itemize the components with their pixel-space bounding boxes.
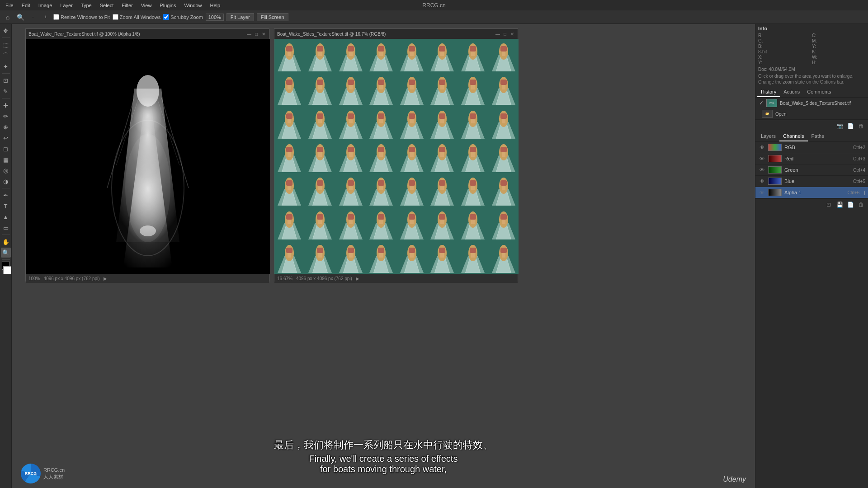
channel-row-blue[interactable]: 👁 Blue Ctrl+5 [755,176,868,187]
tab-paths[interactable]: Paths [808,131,828,141]
hand-tool[interactable]: ✋ [1,237,11,247]
channel-visibility-alpha1[interactable]: 👁 [758,189,765,196]
rear-minimize-btn[interactable]: — [246,31,252,37]
history-brush-tool[interactable]: ↩ [1,133,11,143]
history-item-1[interactable]: 📂 Open [755,108,868,119]
sides-maximize-btn[interactable]: □ [502,31,508,37]
magic-wand-tool[interactable]: ✦ [1,61,11,71]
history-new-document-icon[interactable]: 📄 [846,122,854,130]
channel-visibility-red[interactable]: 👁 [758,155,765,162]
menu-image[interactable]: Image [35,2,56,9]
shape-tool[interactable]: ▭ [1,223,11,233]
svg-rect-284 [440,220,444,224]
rear-close-btn[interactable]: ✕ [261,31,266,37]
svg-rect-289 [470,214,476,220]
small-boat-svg [137,224,159,238]
channel-name-blue: Blue [784,178,850,184]
history-delete-icon[interactable]: 🗑 [857,122,865,130]
sides-close-btn[interactable]: ✕ [509,31,515,37]
tab-layers[interactable]: Layers [757,131,779,141]
svg-rect-122 [349,119,353,123]
channel-shortcut-rgb: Ctrl+2 [853,145,865,150]
rear-maximize-btn[interactable]: □ [254,31,259,37]
history-new-snapshot-icon[interactable]: 📷 [835,122,844,130]
resize-windows-checkbox[interactable] [53,14,59,20]
dodge-tool[interactable]: ◑ [1,176,11,186]
sides-titlebar[interactable]: Boat_Wake_Sides_TextureSheet.tif @ 16.7%… [274,29,518,39]
clone-tool[interactable]: ⊕ [1,122,11,132]
info-panel-title: Info [758,26,865,31]
channel-visibility-green[interactable]: 👁 [758,166,765,174]
channel-visibility-blue[interactable]: 👁 [758,178,765,185]
boat-cell [458,140,488,173]
svg-rect-139 [439,113,445,119]
zoom-out-icon[interactable]: − [28,12,38,22]
eyedropper-tool[interactable]: ✎ [1,86,11,96]
menu-layer[interactable]: Layer [57,2,76,9]
channel-new-icon[interactable]: 📄 [846,201,854,209]
scrubby-zoom-label[interactable]: Scrubby Zoom [163,14,203,20]
channel-visibility-rgb[interactable]: 👁 [758,144,765,151]
pen-tool[interactable]: ✒ [1,190,11,200]
gradient-tool[interactable]: ▦ [1,155,11,164]
svg-rect-152 [502,119,505,123]
zoom-tool[interactable]: 🔍 [1,248,11,258]
boat-cell [397,174,427,206]
menu-help[interactable]: Help [207,2,224,9]
fill-screen-button[interactable]: Fill Screen [257,13,288,21]
move-tool[interactable]: ✥ [1,26,11,36]
channel-name-alpha1: Alpha 1 [784,190,844,195]
home-icon[interactable]: ⌂ [3,12,13,22]
background-color[interactable] [3,266,11,274]
menu-view[interactable]: View [137,2,156,9]
rear-titlebar[interactable]: Boat_Wake_Rear_TextureSheet.tif @ 100% (… [26,29,269,39]
crop-tool[interactable]: ⊡ [1,75,11,85]
info-grid: R: C: G: M: B: Y: 8-bit [758,33,865,65]
menu-plugins[interactable]: Plugins [156,2,179,9]
zoom-tool-icon[interactable]: 🔍 [15,12,25,22]
svg-rect-332 [440,253,444,258]
zoom-input[interactable] [206,14,224,21]
channel-row-alpha1[interactable]: 👁 Alpha 1 Ctrl+6 | [755,187,868,198]
resize-windows-label[interactable]: Resize Windows to Fit [53,14,110,20]
svg-rect-290 [471,220,475,224]
menu-edit[interactable]: Edit [18,2,34,9]
svg-rect-211 [317,180,323,186]
history-item-0[interactable]: ✓ IMG Boat_Wake_Sides_TextureSheet.tif [755,98,868,108]
healing-tool[interactable]: ✚ [1,100,11,110]
scrubby-zoom-checkbox[interactable] [163,14,169,20]
lasso-tool[interactable]: ⌒ [1,51,11,61]
brush-tool[interactable]: ✏ [1,111,11,121]
path-select-tool[interactable]: ▲ [1,212,11,222]
marquee-tool[interactable]: ⬚ [1,40,11,50]
info-b: B: [758,44,811,49]
sides-minimize-btn[interactable]: — [495,31,500,37]
channel-dotted-icon[interactable]: ⊡ [825,201,833,209]
menu-window[interactable]: Window [180,2,205,9]
channel-row-green[interactable]: 👁 Green Ctrl+4 [755,164,868,176]
tab-history[interactable]: History [757,87,780,97]
svg-rect-307 [317,248,323,253]
boat-cell [335,140,366,173]
channel-delete-icon[interactable]: 🗑 [857,201,865,209]
sides-zoom-status: 16.67% [277,276,292,281]
tab-actions[interactable]: Actions [780,87,803,97]
zoom-all-label[interactable]: Zoom All Windows [113,14,160,20]
fit-layer-button[interactable]: Fit Layer [226,13,254,21]
menu-select[interactable]: Select [96,2,118,9]
tab-channels[interactable]: Channels [779,131,807,141]
type-tool[interactable]: T [1,201,11,211]
channel-row-rgb[interactable]: 👁 RGB Ctrl+2 [755,142,868,153]
eraser-tool[interactable]: ◻ [1,144,11,154]
menu-file[interactable]: File [2,2,17,9]
channel-swatch-green [768,166,782,174]
menu-filter[interactable]: Filter [118,2,136,9]
zoom-in-icon[interactable]: + [41,12,51,22]
channel-row-red[interactable]: 👁 Red Ctrl+3 [755,153,868,164]
blur-tool[interactable]: ◎ [1,165,11,175]
tab-comments[interactable]: Comments [803,87,835,97]
menu-type[interactable]: Type [77,2,95,9]
zoom-all-checkbox[interactable] [113,14,118,20]
svg-rect-325 [409,248,415,253]
channel-save-icon[interactable]: 💾 [835,201,844,209]
